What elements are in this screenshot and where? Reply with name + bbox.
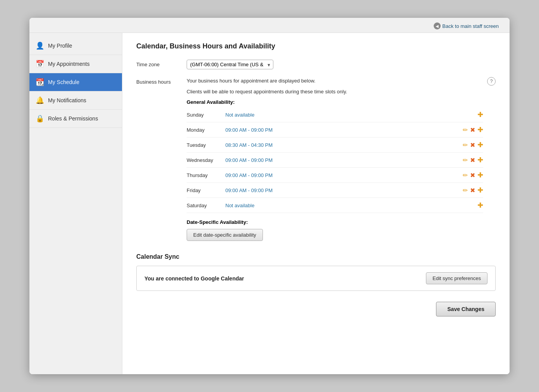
page-title: Calendar, Business Hours and Availabilit… bbox=[136, 42, 496, 50]
day-row-tuesday: Tuesday 08:30 AM - 04:30 PM ✏ ✖ ✚ bbox=[187, 138, 483, 153]
day-time-thursday: 09:00 AM - 09:00 PM bbox=[225, 172, 463, 178]
day-name-tuesday: Tuesday bbox=[187, 142, 225, 148]
save-changes-row: Save Changes bbox=[136, 302, 496, 316]
edit-date-specific-button[interactable]: Edit date-specific availability bbox=[187, 229, 263, 241]
remove-monday-icon[interactable]: ✖ bbox=[470, 126, 475, 134]
edit-tuesday-icon[interactable]: ✏ bbox=[463, 141, 468, 149]
date-specific-section: Date-Specific Availability: Edit date-sp… bbox=[187, 219, 483, 241]
day-row-thursday: Thursday 09:00 AM - 09:00 PM ✏ ✖ ✚ bbox=[187, 168, 483, 183]
day-actions-tuesday: ✏ ✖ ✚ bbox=[463, 141, 483, 149]
save-changes-button[interactable]: Save Changes bbox=[436, 302, 496, 316]
business-hours-row: Business hours Your business hours for a… bbox=[136, 77, 496, 241]
remove-friday-icon[interactable]: ✖ bbox=[470, 187, 475, 194]
add-thursday-icon[interactable]: ✚ bbox=[477, 171, 483, 179]
timezone-row: Time zone (GMT-06:00) Central Time (US & bbox=[136, 60, 496, 69]
business-hours-desc1: Your business hours for appointment are … bbox=[187, 77, 483, 85]
edit-thursday-icon[interactable]: ✏ bbox=[463, 172, 468, 179]
sidebar-item-label-my-appointments: My Appointments bbox=[48, 61, 89, 67]
day-actions-thursday: ✏ ✖ ✚ bbox=[463, 171, 483, 179]
back-to-main-link[interactable]: ◀ Back to main staff screen bbox=[434, 22, 499, 29]
add-monday-icon[interactable]: ✚ bbox=[477, 126, 483, 134]
day-name-sunday: Sunday bbox=[187, 112, 225, 118]
remove-tuesday-icon[interactable]: ✖ bbox=[470, 141, 475, 149]
timezone-select[interactable]: (GMT-06:00) Central Time (US & bbox=[187, 60, 273, 69]
back-link-label: Back to main staff screen bbox=[442, 23, 499, 29]
calendar-sync-section: Calendar Sync You are connected to Googl… bbox=[136, 253, 496, 291]
day-name-wednesday: Wednesday bbox=[187, 157, 225, 163]
add-sunday-icon[interactable]: ✚ bbox=[477, 110, 483, 119]
business-hours-desc2: Clients will be able to request appointm… bbox=[187, 88, 483, 96]
sidebar-item-label-roles-permissions: Roles & Permissions bbox=[48, 115, 98, 122]
day-actions-sunday: ✚ bbox=[477, 110, 483, 119]
edit-monday-icon[interactable]: ✏ bbox=[463, 126, 468, 134]
top-bar: ◀ Back to main staff screen bbox=[29, 18, 510, 33]
general-availability-label: General Availability: bbox=[187, 99, 483, 105]
profile-icon: 👤 bbox=[36, 41, 44, 50]
remove-thursday-icon[interactable]: ✖ bbox=[470, 172, 475, 179]
day-row-friday: Friday 09:00 AM - 09:00 PM ✏ ✖ ✚ bbox=[187, 183, 483, 198]
sidebar-item-label-my-profile: My Profile bbox=[48, 43, 72, 49]
add-tuesday-icon[interactable]: ✚ bbox=[477, 141, 483, 149]
help-icon[interactable]: ? bbox=[487, 77, 496, 86]
sidebar: 👤 My Profile 📅 My Appointments 📆 My Sche… bbox=[29, 33, 122, 374]
add-saturday-icon[interactable]: ✚ bbox=[477, 201, 483, 210]
day-actions-monday: ✏ ✖ ✚ bbox=[463, 126, 483, 134]
main-content: Calendar, Business Hours and Availabilit… bbox=[122, 33, 510, 374]
business-hours-control: Your business hours for appointment are … bbox=[187, 77, 496, 241]
day-time-sunday: Not available bbox=[225, 112, 477, 118]
notifications-icon: 🔔 bbox=[36, 96, 44, 105]
schedule-icon: 📆 bbox=[36, 78, 44, 86]
sidebar-item-label-my-notifications: My Notifications bbox=[48, 97, 86, 103]
day-actions-friday: ✏ ✖ ✚ bbox=[463, 186, 483, 194]
day-actions-saturday: ✚ bbox=[477, 201, 483, 210]
appointments-icon: 📅 bbox=[36, 60, 44, 68]
day-name-saturday: Saturday bbox=[187, 203, 225, 208]
edit-wednesday-icon[interactable]: ✏ bbox=[463, 156, 468, 164]
sidebar-item-my-schedule[interactable]: 📆 My Schedule bbox=[29, 73, 122, 91]
day-name-thursday: Thursday bbox=[187, 172, 225, 178]
day-time-wednesday: 09:00 AM - 09:00 PM bbox=[225, 157, 463, 163]
business-hours-label: Business hours bbox=[136, 77, 187, 85]
calendar-sync-title: Calendar Sync bbox=[136, 253, 496, 260]
sync-box: You are connected to Google Calendar Edi… bbox=[136, 266, 496, 291]
sidebar-item-my-notifications[interactable]: 🔔 My Notifications bbox=[29, 91, 122, 110]
lock-icon: 🔒 bbox=[36, 114, 44, 123]
date-specific-label: Date-Specific Availability: bbox=[187, 219, 483, 225]
sidebar-item-label-my-schedule: My Schedule bbox=[48, 79, 79, 85]
day-actions-wednesday: ✏ ✖ ✚ bbox=[463, 156, 483, 164]
sync-connected-label: You are connected to Google Calendar bbox=[144, 275, 244, 282]
remove-wednesday-icon[interactable]: ✖ bbox=[470, 156, 475, 164]
sidebar-item-my-appointments[interactable]: 📅 My Appointments bbox=[29, 55, 122, 73]
edit-sync-preferences-button[interactable]: Edit sync preferences bbox=[426, 272, 488, 284]
day-row-sunday: Sunday Not available ✚ bbox=[187, 107, 483, 122]
add-friday-icon[interactable]: ✚ bbox=[477, 186, 483, 194]
day-time-saturday: Not available bbox=[225, 203, 477, 208]
timezone-control: (GMT-06:00) Central Time (US & bbox=[187, 60, 496, 69]
day-time-monday: 09:00 AM - 09:00 PM bbox=[225, 127, 463, 133]
day-name-monday: Monday bbox=[187, 127, 225, 133]
day-time-friday: 09:00 AM - 09:00 PM bbox=[225, 187, 463, 193]
day-time-tuesday: 08:30 AM - 04:30 PM bbox=[225, 142, 463, 148]
edit-friday-icon[interactable]: ✏ bbox=[463, 187, 468, 194]
day-row-monday: Monday 09:00 AM - 09:00 PM ✏ ✖ ✚ bbox=[187, 122, 483, 138]
sidebar-item-my-profile[interactable]: 👤 My Profile bbox=[29, 37, 122, 55]
day-row-wednesday: Wednesday 09:00 AM - 09:00 PM ✏ ✖ ✚ bbox=[187, 153, 483, 168]
add-wednesday-icon[interactable]: ✚ bbox=[477, 156, 483, 164]
back-arrow-icon: ◀ bbox=[434, 22, 441, 29]
timezone-label: Time zone bbox=[136, 60, 187, 67]
sidebar-item-roles-permissions[interactable]: 🔒 Roles & Permissions bbox=[29, 110, 122, 128]
day-name-friday: Friday bbox=[187, 187, 225, 193]
day-row-saturday: Saturday Not available ✚ bbox=[187, 198, 483, 213]
